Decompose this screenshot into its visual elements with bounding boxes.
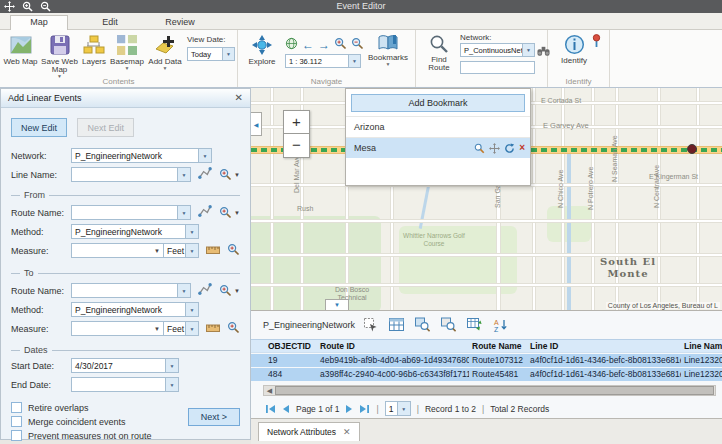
new-edit-button[interactable]: New Edit — [11, 118, 67, 137]
map-zoom-in-button[interactable]: + — [283, 110, 310, 134]
panel-close-icon[interactable]: ✕ — [235, 93, 243, 103]
find-route-button[interactable]: Find Route — [420, 34, 458, 72]
caret-icon[interactable]: ▼ — [151, 326, 163, 332]
find-route-input[interactable] — [460, 61, 535, 74]
retire-overlaps-checkbox[interactable] — [11, 402, 22, 413]
caret-icon[interactable]: ▼ — [165, 378, 178, 391]
zoom-to-selected-icon[interactable] — [415, 317, 430, 332]
column-header[interactable]: Line ID — [527, 340, 681, 352]
next-page-icon[interactable] — [345, 404, 353, 414]
next-button[interactable]: Next > — [188, 408, 240, 426]
column-header[interactable]: Route Name — [469, 340, 527, 352]
caret-icon[interactable]: ▼ — [185, 244, 198, 257]
add-bookmark-button[interactable]: Add Bookmark — [351, 94, 525, 112]
bookmark-refresh-icon[interactable] — [504, 143, 515, 154]
prevent-measures-checkbox[interactable] — [11, 430, 22, 441]
add-data-dropdown-caret[interactable]: ▼ — [146, 66, 184, 71]
tab-review[interactable]: Review — [150, 16, 210, 30]
page-number-select[interactable]: 1 ▼ — [385, 401, 411, 416]
next-extent-icon[interactable]: → — [318, 39, 330, 51]
caret-icon[interactable]: ▼ — [198, 149, 211, 162]
caret-icon[interactable]: ▼ — [185, 225, 198, 238]
start-date-select[interactable]: 4/30/2017 ▼ — [71, 358, 179, 373]
column-header[interactable]: Route ID — [317, 340, 469, 352]
scale-caret-icon[interactable]: ▼ — [348, 55, 360, 67]
table-row[interactable]: 484 a398ff4c-2940-4c00-96b6-c6343f8f1711… — [251, 368, 722, 381]
select-route-on-map-icon[interactable] — [198, 204, 212, 222]
zoom-menu-icon[interactable]: ▼ — [219, 168, 240, 181]
line-name-select[interactable]: ▼ — [71, 167, 191, 182]
table-row[interactable]: 19 4eb9419b-af9b-4d04-ab69-1d493476802b … — [251, 354, 722, 367]
previous-page-icon[interactable] — [282, 404, 290, 414]
explore-button[interactable]: Explore — [243, 34, 281, 66]
network-field-select[interactable]: P_EngineeringNetwork ▼ — [71, 148, 212, 163]
from-route-name-select[interactable]: ▼ — [71, 205, 191, 220]
network-select[interactable]: P_ContinuousNetwork ▼ — [460, 43, 535, 57]
collapse-table-arrow[interactable]: ▼ — [325, 299, 349, 310]
bookmark-zoom-icon[interactable] — [474, 143, 485, 154]
to-method-select[interactable]: P_EngineeringNetwork ▼ — [71, 302, 199, 317]
select-features-icon[interactable] — [363, 317, 378, 332]
pin-icon[interactable] — [590, 34, 603, 52]
zoom-menu-icon[interactable]: ▼ — [219, 284, 240, 297]
to-route-name-select[interactable]: ▼ — [71, 283, 191, 298]
previous-extent-icon[interactable]: ← — [302, 39, 314, 51]
layers-button[interactable]: Layers — [79, 34, 109, 66]
map-zoom-out-button[interactable]: − — [283, 134, 310, 158]
bookmarks-button[interactable]: Bookmarks ▼ — [365, 34, 411, 67]
merge-coincident-checkbox[interactable] — [11, 416, 22, 427]
zoom-to-measure-icon[interactable] — [227, 320, 240, 338]
bookmarks-dropdown-caret[interactable]: ▼ — [365, 62, 411, 67]
close-tab-icon[interactable]: ✕ — [343, 427, 351, 437]
add-data-button[interactable]: Add Data ▼ — [146, 34, 184, 71]
zoom-to-measure-icon[interactable] — [227, 242, 240, 260]
identify-button[interactable]: Identify — [556, 34, 592, 65]
table-horizontal-scrollbar[interactable]: ◀ — [263, 385, 716, 396]
last-page-icon[interactable] — [359, 404, 370, 414]
caret-icon[interactable]: ▼ — [397, 402, 410, 415]
network-caret-icon[interactable]: ▼ — [522, 44, 534, 56]
from-method-select[interactable]: P_EngineeringNetwork ▼ — [71, 224, 199, 239]
scroll-left-icon[interactable]: ◀ — [264, 387, 275, 395]
column-header[interactable]: OBJECTID — [265, 340, 317, 352]
save-web-map-button[interactable]: Save Web Map ▼ — [41, 34, 78, 79]
from-measure-input[interactable]: ▼ — [71, 243, 163, 258]
pan-to-selected-icon[interactable] — [441, 317, 456, 332]
caret-icon[interactable]: ▼ — [177, 168, 190, 181]
globe-icon[interactable] — [285, 36, 298, 54]
to-measure-input[interactable]: ▼ — [71, 321, 163, 336]
scale-select[interactable]: 1 : 36.112 ▼ — [285, 54, 361, 68]
sort-icon[interactable]: AZ — [493, 318, 508, 332]
web-map-button[interactable]: Web Map — [2, 34, 39, 66]
bookmark-delete-icon[interactable]: × — [519, 143, 525, 153]
caret-icon[interactable]: ▼ — [185, 322, 198, 335]
caret-icon[interactable]: ▼ — [165, 359, 178, 372]
view-date-select[interactable]: Today ▼ — [187, 47, 235, 61]
end-date-select[interactable]: ▼ — [71, 377, 179, 392]
open-table-icon[interactable] — [389, 318, 404, 331]
caret-icon[interactable]: ▼ — [177, 206, 190, 219]
view-date-caret-icon[interactable]: ▼ — [222, 48, 234, 60]
column-header[interactable]: Line Name — [681, 340, 722, 352]
collapse-panel-arrow[interactable]: ◀ — [251, 112, 262, 136]
basemap-dropdown-caret[interactable]: ▼ — [109, 66, 145, 71]
tab-network-attributes[interactable]: Network Attributes ✕ — [258, 422, 360, 441]
caret-icon[interactable]: ▼ — [177, 284, 190, 297]
select-line-on-map-icon[interactable] — [198, 166, 212, 184]
tab-map[interactable]: Map — [10, 15, 68, 30]
scrollbar-thumb[interactable] — [275, 386, 714, 395]
basemap-button[interactable]: Basemap ▼ — [109, 34, 145, 71]
bookmark-item-arizona[interactable]: Arizona — [346, 116, 530, 137]
from-unit-select[interactable]: Feet ▼ — [163, 243, 199, 258]
first-page-icon[interactable] — [265, 404, 276, 414]
zoom-out-map-icon[interactable] — [351, 36, 364, 54]
ruler-icon[interactable] — [206, 320, 220, 338]
caret-icon[interactable]: ▼ — [151, 248, 163, 254]
bookmark-item-mesa[interactable]: Mesa × — [346, 137, 530, 158]
ruler-icon[interactable] — [206, 242, 220, 260]
tab-edit[interactable]: Edit — [84, 16, 136, 30]
bookmark-pan-icon[interactable] — [489, 143, 500, 154]
zoom-in-map-icon[interactable] — [334, 36, 347, 54]
caret-icon[interactable]: ▼ — [185, 303, 198, 316]
select-route-on-map-icon[interactable] — [198, 282, 212, 300]
